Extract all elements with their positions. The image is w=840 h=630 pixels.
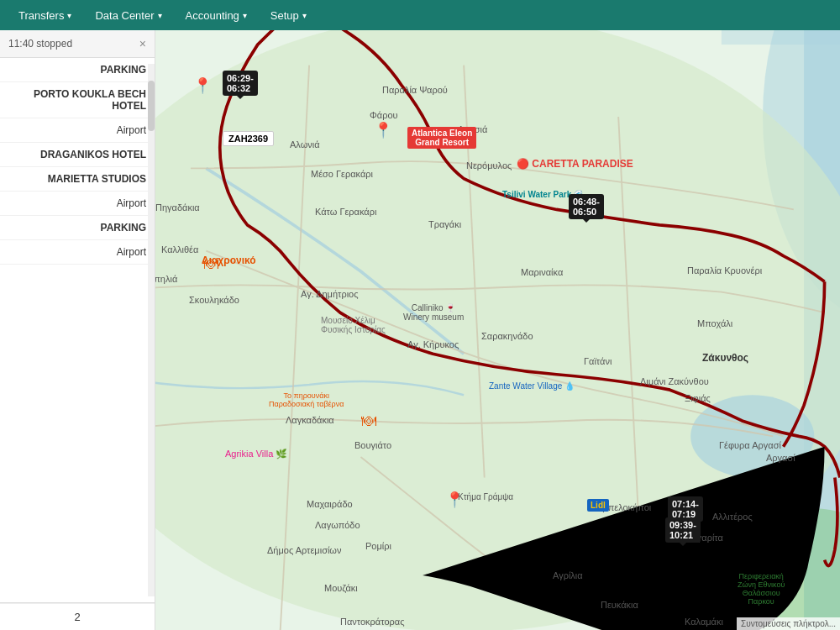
list-item-airport-2[interactable]: Airport xyxy=(0,192,155,216)
list-item-porto-koukla[interactable]: PORTO KOUKLA BECH HOTEL xyxy=(0,82,155,118)
chevron-icon-transfers: ▾ xyxy=(67,11,71,20)
nav-label-datacenter: Data Center xyxy=(95,9,154,22)
nav-label-accounting: Accounting xyxy=(186,9,239,22)
poi-food: 🍽 xyxy=(361,412,376,430)
nav-item-accounting[interactable]: Accounting ▾ xyxy=(176,4,257,27)
nav-item-datacenter[interactable]: Data Center ▾ xyxy=(85,4,171,27)
nav-item-setup[interactable]: Setup ▾ xyxy=(260,4,317,27)
poi-diaxroniko: 🍽 xyxy=(203,255,218,273)
tsilivi-label: Tsilivi Water Park 🌊 xyxy=(502,190,584,199)
calliniko-label: Calliniko 🍷Winery museum xyxy=(403,303,464,322)
scroll-thumb xyxy=(148,81,155,131)
list-item-draganikos[interactable]: DRAGANIKOS HOTEL xyxy=(0,143,155,167)
chevron-icon-accounting: ▾ xyxy=(243,11,247,20)
poi-atlantica: 📍 xyxy=(374,121,392,139)
chevron-icon-setup: ▾ xyxy=(302,11,307,20)
list-item-airport-3[interactable]: Airport xyxy=(0,240,155,265)
panel-close-button[interactable]: × xyxy=(139,37,146,50)
side-panel-header: 11:40 stopped × xyxy=(0,30,155,58)
top-navigation: Transfers ▾ Data Center ▾ Accounting ▾ S… xyxy=(0,0,840,30)
chevron-icon-datacenter: ▾ xyxy=(158,11,162,20)
svg-rect-2 xyxy=(722,30,840,45)
nav-label-transfers: Transfers xyxy=(18,9,64,22)
panel-status: 11:40 stopped xyxy=(8,38,72,50)
side-panel: 11:40 stopped × PARKING PORTO KOUKLA BEC… xyxy=(0,30,155,630)
side-panel-list[interactable]: PARKING PORTO KOUKLA BECH HOTEL Airport … xyxy=(0,58,155,603)
nav-item-transfers[interactable]: Transfers ▾ xyxy=(8,4,81,27)
list-item-marietta[interactable]: MARIETTA STUDIOS xyxy=(0,167,155,192)
poi-ktima: 📍 xyxy=(445,491,464,509)
list-item-parking-1[interactable]: PARKING xyxy=(0,58,155,82)
scroll-indicator xyxy=(148,64,155,596)
side-panel-footer: 2 xyxy=(0,603,155,630)
nav-label-setup: Setup xyxy=(270,9,299,22)
list-item-airport-1[interactable]: Airport xyxy=(0,118,155,143)
caretta-label: 🔴 CARETTA PARADISE xyxy=(517,158,633,170)
zah-label: ZAH2369 xyxy=(223,131,274,146)
lidl-label: Lidl xyxy=(587,499,609,512)
map-attribution: Συντομεύσεις πλήκτρολ... xyxy=(737,617,840,630)
panel-page-number: 2 xyxy=(74,611,80,623)
atlantica-label: Atlantica EleonGrand Resort xyxy=(407,127,476,149)
poi-paralia-alikanados: 📍 xyxy=(193,76,212,95)
list-item-parking-2[interactable]: PARKING xyxy=(0,216,155,240)
